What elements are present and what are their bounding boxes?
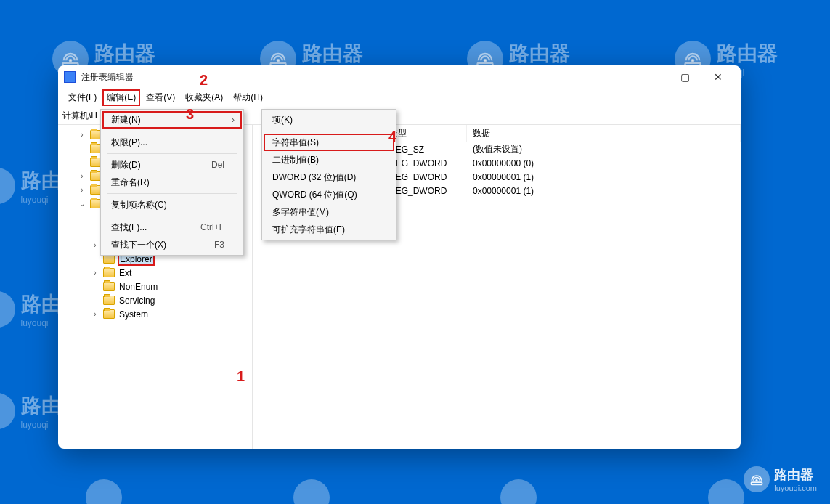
- menu-new-qword[interactable]: QWORD (64 位)值(Q): [264, 186, 394, 203]
- menu-new[interactable]: 新建(N): [102, 111, 242, 129]
- menu-new-expand[interactable]: 可扩充字符串值(E): [264, 221, 394, 238]
- folder-icon: [103, 296, 115, 305]
- annotation-4: 4: [388, 129, 396, 144]
- folder-icon: [103, 282, 115, 291]
- annotation-2: 2: [200, 73, 208, 87]
- menubar: 文件(F) 编辑(E) 查看(V) 收藏夹(A) 帮助(H): [58, 89, 741, 107]
- tree-item[interactable]: Servicing: [58, 293, 252, 307]
- edit-menu-dropdown: 新建(N) 权限(P)... 删除(D)Del 重命名(R) 复制项名称(C) …: [100, 109, 244, 256]
- window-title: 注册表编辑器: [81, 71, 134, 84]
- close-button[interactable]: ✕: [701, 65, 735, 89]
- svg-point-8: [756, 480, 757, 481]
- tree-label: System: [118, 309, 150, 320]
- folder-icon: [103, 268, 115, 277]
- menu-delete[interactable]: 删除(D)Del: [102, 156, 242, 174]
- app-icon: [64, 71, 76, 83]
- expand-icon[interactable]: [90, 269, 100, 277]
- expand-icon[interactable]: [77, 131, 87, 139]
- svg-point-2: [277, 60, 278, 61]
- tree-item[interactable]: Ext: [58, 266, 252, 280]
- menu-new-dword[interactable]: DWORD (32 位)值(D): [264, 168, 394, 186]
- expand-icon[interactable]: [90, 241, 100, 249]
- minimize-button[interactable]: —: [635, 65, 668, 89]
- menu-new-binary[interactable]: 二进制值(B): [264, 151, 394, 168]
- menu-rename[interactable]: 重命名(R): [102, 174, 242, 191]
- menu-edit[interactable]: 编辑(E): [102, 89, 140, 106]
- svg-rect-9: [752, 482, 762, 484]
- tree-item[interactable]: NonEnum: [58, 280, 252, 293]
- menu-help[interactable]: 帮助(H): [229, 89, 267, 106]
- titlebar[interactable]: 注册表编辑器 — ▢ ✕: [58, 65, 741, 89]
- tree-label: NonEnum: [118, 282, 159, 292]
- col-data[interactable]: 数据: [467, 125, 741, 142]
- expand-icon[interactable]: [90, 310, 100, 318]
- annotation-1: 1: [237, 369, 245, 383]
- menu-find-next[interactable]: 查找下一个(X)F3: [102, 236, 242, 253]
- new-submenu: 项(K) 字符串值(S) 二进制值(B) DWORD (32 位)值(D) QW…: [261, 109, 396, 240]
- menu-permissions[interactable]: 权限(P)...: [102, 134, 242, 151]
- annotation-3: 3: [186, 107, 194, 121]
- svg-point-6: [692, 60, 693, 61]
- expand-icon[interactable]: [77, 200, 87, 208]
- menu-new-string[interactable]: 字符串值(S): [264, 134, 394, 151]
- tree-label: Servicing: [118, 296, 156, 306]
- menu-find[interactable]: 查找(F)...Ctrl+F: [102, 219, 242, 236]
- menu-copy-key[interactable]: 复制项名称(C): [102, 196, 242, 214]
- menu-view[interactable]: 查看(V): [142, 89, 179, 106]
- svg-point-0: [70, 60, 71, 61]
- expand-icon[interactable]: [77, 172, 87, 180]
- router-icon: [744, 466, 770, 492]
- expand-icon[interactable]: [77, 186, 87, 194]
- menu-new-key[interactable]: 项(K): [264, 111, 394, 129]
- address-label: 计算机\H: [58, 107, 102, 124]
- footer-logo: 路由器luyouqi.com: [744, 466, 817, 492]
- menu-file[interactable]: 文件(F): [64, 89, 101, 106]
- svg-point-4: [484, 60, 486, 61]
- maximize-button[interactable]: ▢: [668, 65, 701, 89]
- menu-favorites[interactable]: 收藏夹(A): [181, 89, 227, 106]
- tree-label: Ext: [118, 268, 133, 278]
- folder-icon: [103, 309, 115, 319]
- menu-new-multi[interactable]: 多字符串值(M): [264, 203, 394, 221]
- tree-item[interactable]: System: [58, 307, 252, 321]
